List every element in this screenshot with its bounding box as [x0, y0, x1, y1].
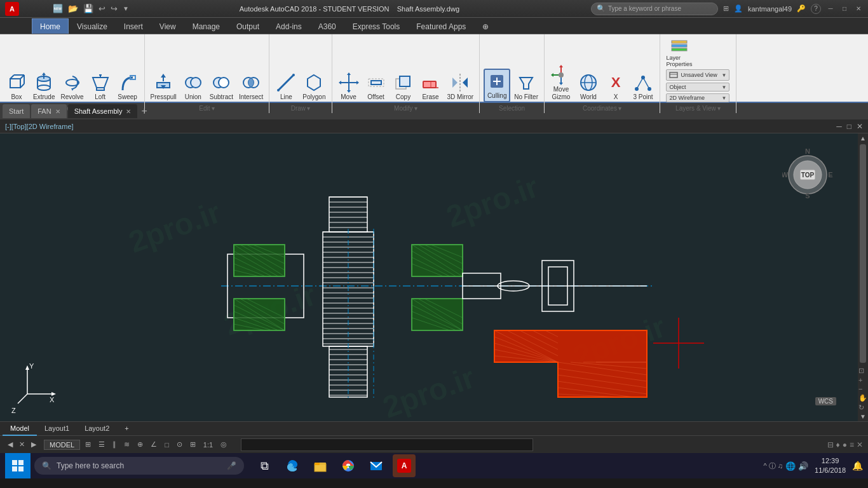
taskbar-mic-icon[interactable]: 🎤: [227, 461, 236, 470]
line-btn[interactable]: Line: [273, 71, 299, 102]
add-layout-btn[interactable]: +: [117, 422, 136, 436]
help-btn[interactable]: ?: [811, 4, 821, 14]
polygon-btn[interactable]: Polygon: [301, 71, 327, 102]
modify-dropdown[interactable]: ▾: [414, 105, 417, 112]
new-btn[interactable]: 🆕: [51, 3, 65, 15]
qa-dropdown[interactable]: ▼: [121, 4, 131, 13]
nofilter-btn[interactable]: No Filter: [512, 71, 540, 102]
redo-btn[interactable]: ↪: [109, 3, 119, 15]
presspull-btn[interactable]: Presspull: [149, 71, 179, 102]
system-clock[interactable]: 12:39 11/6/2018: [811, 456, 850, 476]
file-explorer-btn[interactable]: [309, 454, 332, 477]
orbit-btn[interactable]: ↻: [858, 403, 867, 412]
layout2-tab[interactable]: Layout2: [77, 422, 117, 436]
viewport-min-btn[interactable]: ─: [836, 122, 842, 131]
doc-tab-shaftassembly[interactable]: Shaft Assembly ✕: [68, 104, 138, 118]
network-icon[interactable]: 🌐: [785, 461, 796, 471]
view-dropdown-icon[interactable]: ▼: [722, 72, 727, 78]
tab-featuredapps[interactable]: Featured Apps: [408, 18, 474, 34]
doc-tab-fan[interactable]: FAN ✕: [31, 104, 66, 118]
model-tab[interactable]: Model: [3, 422, 37, 436]
canvas-area[interactable]: 2pro.ir 2pro.ir 2pro.ir 2pro.ir 2pro.ir: [0, 133, 868, 421]
doc-tab-start[interactable]: Start: [3, 104, 30, 118]
shaft-tab-close[interactable]: ✕: [126, 108, 131, 115]
maximize-btn[interactable]: □: [840, 4, 849, 13]
tab-output[interactable]: Output: [228, 18, 268, 34]
scroll-thumb[interactable]: [860, 144, 866, 363]
autocad-taskbar-btn[interactable]: A: [393, 454, 416, 477]
revolve-btn[interactable]: Revolve: [58, 71, 85, 102]
layer-properties-btn[interactable]: LayerProperties: [666, 37, 692, 67]
cleanscreen-btn[interactable]: ●: [843, 440, 847, 449]
lineweight-btn[interactable]: □: [162, 440, 172, 449]
scale-btn[interactable]: 1:1: [201, 440, 215, 449]
transparency-btn[interactable]: ⊙: [174, 440, 185, 449]
edit-dropdown[interactable]: ▾: [212, 105, 215, 112]
cad-drawing[interactable]: Y X Z: [0, 133, 868, 421]
object-dropdown-icon[interactable]: ▼: [722, 85, 727, 90]
custui-btn[interactable]: ≡: [850, 440, 854, 449]
tab-insert[interactable]: Insert: [116, 18, 151, 34]
subtract-btn[interactable]: Subtract: [208, 71, 235, 102]
selection-btn[interactable]: ⊞: [187, 440, 198, 449]
close-btn[interactable]: ✕: [854, 4, 863, 13]
scroll-up-btn[interactable]: ▲: [858, 133, 867, 143]
draw-dropdown[interactable]: ▾: [307, 105, 310, 112]
next-view-btn[interactable]: ▶: [29, 440, 39, 449]
tab-add-btn[interactable]: +: [139, 105, 149, 117]
osnap-btn[interactable]: ⊕: [135, 440, 146, 449]
notifications-btn[interactable]: 🔔: [852, 461, 863, 471]
chrome-btn[interactable]: [337, 454, 360, 477]
ortho-btn[interactable]: ∥: [110, 440, 119, 449]
undo-btn[interactable]: ↩: [97, 3, 107, 15]
snap-mode-btn[interactable]: ☰: [96, 440, 107, 449]
layout1-tab[interactable]: Layout1: [37, 422, 77, 436]
mail-btn[interactable]: [365, 454, 388, 477]
tab-addins[interactable]: Add-ins: [268, 18, 310, 34]
minimize-btn[interactable]: ─: [826, 4, 835, 13]
object-row[interactable]: Object ▼: [666, 83, 729, 92]
world-btn[interactable]: World: [576, 71, 601, 102]
open-btn[interactable]: 📂: [66, 3, 80, 15]
tab-home[interactable]: Home: [32, 18, 69, 34]
tab-a360[interactable]: A360: [310, 18, 344, 34]
tab-view[interactable]: View: [151, 18, 184, 34]
3point-btn[interactable]: 3 Point: [630, 71, 656, 102]
erase-btn[interactable]: Erase: [418, 71, 444, 102]
close-status-btn[interactable]: ✕: [857, 440, 863, 449]
3dmirror-btn[interactable]: 3D Mirror: [445, 71, 476, 102]
zoom-extents-btn[interactable]: ⊡: [858, 367, 867, 375]
snap-grid-btn[interactable]: ⊞: [83, 440, 93, 449]
box-btn[interactable]: Box: [4, 71, 29, 102]
tab-manage[interactable]: Manage: [184, 18, 228, 34]
wireframe-row[interactable]: 2D Wireframe ▼: [666, 93, 729, 102]
taskbar-search[interactable]: 🔍 Type here to search 🎤: [34, 457, 244, 475]
copy-btn[interactable]: Copy: [391, 71, 416, 102]
model-space-label[interactable]: MODEL: [44, 440, 80, 450]
user-icon[interactable]: 👤: [734, 4, 743, 13]
fan-tab-close[interactable]: ✕: [55, 108, 60, 115]
viewport-close-btn[interactable]: ✕: [857, 122, 863, 131]
annotation-btn[interactable]: ◎: [218, 440, 229, 449]
command-line[interactable]: [241, 438, 533, 451]
save-btn[interactable]: 💾: [81, 3, 95, 15]
zoom-out-btn[interactable]: −: [858, 385, 867, 393]
start-button[interactable]: [5, 453, 31, 478]
task-view-btn[interactable]: ⧉: [253, 454, 276, 477]
intersect-btn[interactable]: Intersect: [237, 71, 265, 102]
offset-btn[interactable]: Offset: [363, 71, 389, 102]
prev-view-btn[interactable]: ◀: [5, 440, 15, 449]
x-btn[interactable]: X X: [603, 71, 628, 102]
extrude-btn[interactable]: Extrude: [31, 71, 57, 102]
tab-visualize[interactable]: Visualize: [69, 18, 116, 34]
coordinates-expand[interactable]: ▾: [618, 105, 621, 112]
tab-plus[interactable]: ⊕: [474, 18, 497, 34]
unsaved-view-row[interactable]: Unsaved View ▼: [666, 69, 729, 81]
union-btn[interactable]: Union: [180, 71, 206, 102]
layers-dropdown[interactable]: ▾: [717, 105, 721, 112]
polar-btn[interactable]: ≋: [121, 440, 132, 449]
edge-browser-btn[interactable]: [281, 454, 304, 477]
move-btn[interactable]: Move: [336, 71, 362, 102]
isolate-btn[interactable]: ⊟: [827, 440, 834, 449]
viewport-max-btn[interactable]: □: [847, 122, 851, 131]
